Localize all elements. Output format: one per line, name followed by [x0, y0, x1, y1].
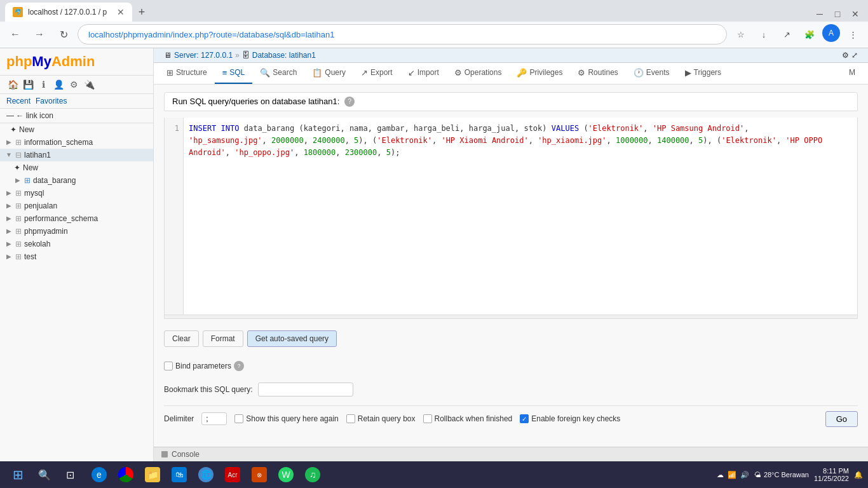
taskbar-app-spotify[interactable]: ♫ — [300, 462, 325, 487]
bind-params-help-icon[interactable]: ? — [234, 361, 244, 371]
extensions-icon[interactable]: 🧩 — [799, 24, 820, 44]
bookmark-icon[interactable]: ☆ — [731, 24, 751, 44]
tab-query[interactable]: 📋 Query — [304, 63, 353, 84]
settings-icon[interactable]: ⚙ — [842, 51, 849, 60]
format-button[interactable]: Format — [203, 330, 243, 347]
favorites-tab[interactable]: Favorites — [36, 97, 67, 105]
tab-export-label: Export — [370, 68, 393, 77]
tab-structure[interactable]: ⊞ Structure — [159, 63, 215, 84]
sidebar-item-performance_schema[interactable]: ▶ ⊞ performance_schema — [0, 212, 153, 225]
db-folder-icon: ⊞ — [15, 201, 22, 210]
user-avatar[interactable]: A — [822, 24, 840, 42]
tab-events[interactable]: 🕐 Events — [626, 63, 677, 84]
browser-window: 🐬 localhost / 127.0.0.1 / p ✕ + ─ □ ✕ ← … — [0, 0, 868, 488]
server-toggle[interactable]: — ← link icon — [0, 109, 153, 123]
sidebar-db-label: latihan1 — [24, 151, 51, 159]
sidebar-item-mysql[interactable]: ▶ ⊞ mysql — [0, 187, 153, 200]
sidebar-item-information_schema[interactable]: ▶ ⊞ information_schema — [0, 136, 153, 149]
forward-button[interactable]: → — [29, 24, 50, 44]
rollback-text: Rollback when finished — [435, 414, 513, 423]
download-icon[interactable]: ↓ — [754, 24, 774, 44]
tab-close-button[interactable]: ✕ — [117, 7, 125, 17]
retain-query-label[interactable]: Retain query box — [346, 414, 416, 423]
taskbar-app-browser2[interactable]: 🌐 — [193, 462, 219, 487]
taskbar-widgets-button[interactable]: ⊡ — [58, 463, 81, 486]
bind-parameters-text: Bind parameters — [175, 362, 231, 370]
delimiter-input[interactable] — [201, 412, 227, 425]
back-button[interactable]: ← — [5, 24, 25, 44]
taskbar-app-store[interactable]: 🛍 — [166, 462, 192, 487]
recent-tab[interactable]: Recent — [6, 97, 31, 105]
tab-privileges[interactable]: 🔑 Privileges — [509, 63, 570, 84]
reload-button[interactable]: ↻ — [53, 24, 74, 44]
new-tab-button[interactable]: + — [132, 3, 151, 22]
tab-routines[interactable]: ⚙ Routines — [570, 63, 625, 84]
sidebar-item-latihan1[interactable]: ▼ ⊟ latihan1 — [0, 149, 153, 161]
db-folder-icon: ⊞ — [15, 240, 22, 248]
plugin-icon[interactable]: 🔌 — [83, 78, 95, 91]
console-bar[interactable]: Console — [154, 447, 868, 461]
show-query-label[interactable]: Show this query here again — [234, 414, 338, 423]
tab-operations[interactable]: ⚙ Operations — [447, 63, 510, 84]
maximize-button[interactable]: □ — [830, 6, 845, 22]
taskbar-app-chrome[interactable] — [113, 462, 139, 487]
tray-icon3: 🔊 — [740, 471, 749, 479]
browser-tab[interactable]: 🐬 localhost / 127.0.0.1 / p ✕ — [5, 3, 132, 22]
show-query-checkbox[interactable] — [234, 414, 243, 423]
minimize-button[interactable]: ─ — [812, 6, 827, 22]
user-icon[interactable]: 👤 — [52, 78, 65, 91]
taskbar-app-whatsapp[interactable]: W — [273, 462, 299, 487]
sidebar-item-test[interactable]: ▶ ⊞ test — [0, 250, 153, 263]
logo-admin: Admin — [51, 53, 95, 69]
tab-export[interactable]: ↗ Export — [353, 63, 400, 84]
sidebar-item-new-server[interactable]: ✦ New — [0, 123, 153, 136]
rollback-checkbox[interactable] — [423, 414, 432, 423]
address-input[interactable] — [78, 24, 727, 44]
foreign-key-label[interactable]: ✓ Enable foreign key checks — [520, 414, 620, 423]
notification-icon[interactable]: 🔔 — [854, 471, 863, 479]
db-link[interactable]: Database: latihan1 — [252, 51, 316, 60]
taskbar-app-app1[interactable]: ⊗ — [247, 462, 272, 487]
get-auto-saved-button[interactable]: Get auto-saved query — [247, 330, 337, 347]
settings-icon[interactable]: ⚙ — [67, 78, 80, 91]
tab-search[interactable]: 🔍 Search — [252, 63, 304, 84]
clear-button[interactable]: Clear — [164, 330, 199, 347]
taskbar-search-button[interactable]: 🔍 — [33, 463, 56, 486]
db-icon[interactable]: 💾 — [22, 78, 34, 91]
foreign-key-checkbox[interactable]: ✓ — [520, 414, 529, 423]
taskbar-app-files[interactable]: 📁 — [140, 462, 165, 487]
tray-icon1: ☁ — [717, 471, 724, 479]
help-icon[interactable]: ? — [344, 97, 355, 107]
tab-sql[interactable]: ≡ SQL — [215, 63, 253, 84]
tab-triggers[interactable]: ▶ Triggers — [677, 63, 729, 84]
tab-import[interactable]: ↙ Import — [400, 63, 447, 84]
sidebar-db-label: test — [24, 252, 36, 261]
taskbar-app-acrobat[interactable]: Acr — [220, 462, 245, 487]
sidebar-item-data_barang[interactable]: ▶ ⊞ data_barang — [0, 174, 153, 187]
go-button[interactable]: Go — [825, 411, 858, 427]
bind-parameters-checkbox[interactable] — [164, 362, 173, 370]
home-icon[interactable]: 🏠 — [6, 78, 19, 91]
tab-bar: 🐬 localhost / 127.0.0.1 / p ✕ + ─ □ ✕ — [0, 0, 868, 22]
sql-code-display[interactable]: INSERT INTO data_barang (kategori, nama,… — [184, 118, 857, 315]
taskbar-app-edge[interactable]: e — [86, 462, 112, 487]
sidebar-item-phpmyadmin[interactable]: ▶ ⊞ phpmyadmin — [0, 225, 153, 238]
import-icon: ↙ — [408, 68, 415, 78]
sidebar-item-new-latihan1[interactable]: ✦ New — [0, 161, 153, 174]
sidebar-item-penjualan[interactable]: ▶ ⊞ penjualan — [0, 200, 153, 212]
tab-more[interactable]: M — [841, 63, 863, 83]
retain-query-checkbox[interactable] — [346, 414, 355, 423]
rollback-label[interactable]: Rollback when finished — [423, 414, 513, 423]
sidebar-item-sekolah[interactable]: ▶ ⊞ sekolah — [0, 238, 153, 250]
share-icon[interactable]: ↗ — [776, 24, 797, 44]
status-icon[interactable]: ℹ — [37, 78, 50, 91]
close-button[interactable]: ✕ — [848, 6, 863, 22]
server-link[interactable]: Server: 127.0.0.1 — [174, 51, 233, 60]
editor-resize-handle[interactable] — [165, 315, 857, 318]
fullscreen-icon[interactable]: ⤢ — [851, 51, 858, 60]
collapse-icon: ▼ — [5, 151, 13, 159]
bookmark-input[interactable] — [258, 383, 353, 396]
bind-parameters-label[interactable]: Bind parameters ? — [164, 361, 244, 371]
menu-icon[interactable]: ⋮ — [843, 24, 863, 44]
start-button[interactable]: ⊞ — [5, 462, 31, 487]
